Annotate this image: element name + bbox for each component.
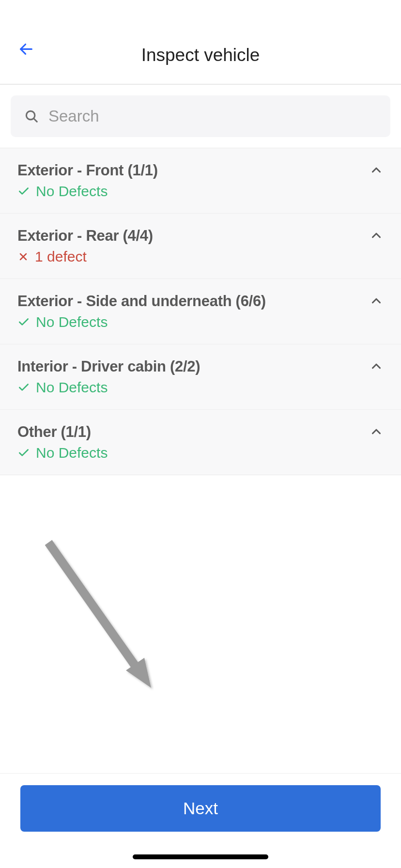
check-icon bbox=[17, 381, 30, 394]
section-exterior-rear[interactable]: Exterior - Rear (4/4) 1 defect bbox=[0, 214, 401, 279]
search-container bbox=[0, 85, 401, 148]
status-text: No Defects bbox=[36, 379, 108, 396]
section-status: No Defects bbox=[17, 379, 200, 396]
section-title: Interior - Driver cabin (2/2) bbox=[17, 358, 200, 375]
arrow-left-icon bbox=[18, 41, 34, 57]
header: Inspect vehicle bbox=[0, 0, 401, 85]
status-text: No Defects bbox=[36, 183, 108, 200]
chevron-up-icon bbox=[369, 359, 384, 375]
check-icon bbox=[17, 447, 30, 459]
chevron-up-icon bbox=[369, 228, 384, 245]
svg-line-5 bbox=[48, 542, 140, 673]
section-interior-cabin[interactable]: Interior - Driver cabin (2/2) No Defects bbox=[0, 344, 401, 410]
section-status: No Defects bbox=[17, 314, 266, 330]
chevron-up-icon bbox=[369, 294, 384, 310]
chevron-up-icon bbox=[369, 424, 384, 441]
search-icon bbox=[24, 109, 39, 124]
x-icon bbox=[17, 251, 29, 263]
section-exterior-side[interactable]: Exterior - Side and underneath (6/6) No … bbox=[0, 279, 401, 344]
footer: Next bbox=[0, 773, 401, 868]
section-content: Exterior - Front (1/1) No Defects bbox=[17, 162, 158, 200]
page-title: Inspect vehicle bbox=[17, 45, 384, 65]
section-content: Interior - Driver cabin (2/2) No Defects bbox=[17, 358, 200, 396]
section-other[interactable]: Other (1/1) No Defects bbox=[0, 410, 401, 475]
inspection-sections-list: Exterior - Front (1/1) No Defects Exteri… bbox=[0, 148, 401, 475]
search-box[interactable] bbox=[11, 95, 390, 137]
section-content: Exterior - Side and underneath (6/6) No … bbox=[17, 293, 266, 330]
check-icon bbox=[17, 185, 30, 198]
status-text: 1 defect bbox=[35, 248, 87, 265]
section-title: Exterior - Rear (4/4) bbox=[17, 227, 153, 245]
svg-marker-6 bbox=[126, 658, 151, 688]
section-status: No Defects bbox=[17, 445, 108, 461]
section-title: Exterior - Side and underneath (6/6) bbox=[17, 293, 266, 310]
next-button[interactable]: Next bbox=[20, 785, 381, 832]
home-indicator[interactable] bbox=[133, 854, 268, 859]
search-input[interactable] bbox=[48, 107, 377, 125]
back-button[interactable] bbox=[17, 40, 35, 58]
check-icon bbox=[17, 316, 30, 328]
status-text: No Defects bbox=[36, 445, 108, 461]
section-exterior-front[interactable]: Exterior - Front (1/1) No Defects bbox=[0, 148, 401, 214]
section-title: Exterior - Front (1/1) bbox=[17, 162, 158, 179]
annotation-arrow bbox=[44, 538, 160, 698]
chevron-up-icon bbox=[369, 163, 384, 179]
section-content: Exterior - Rear (4/4) 1 defect bbox=[17, 227, 153, 265]
section-title: Other (1/1) bbox=[17, 423, 108, 441]
section-content: Other (1/1) No Defects bbox=[17, 423, 108, 461]
svg-line-2 bbox=[34, 119, 37, 122]
section-status: No Defects bbox=[17, 183, 158, 200]
status-text: No Defects bbox=[36, 314, 108, 330]
section-status: 1 defect bbox=[17, 248, 153, 265]
